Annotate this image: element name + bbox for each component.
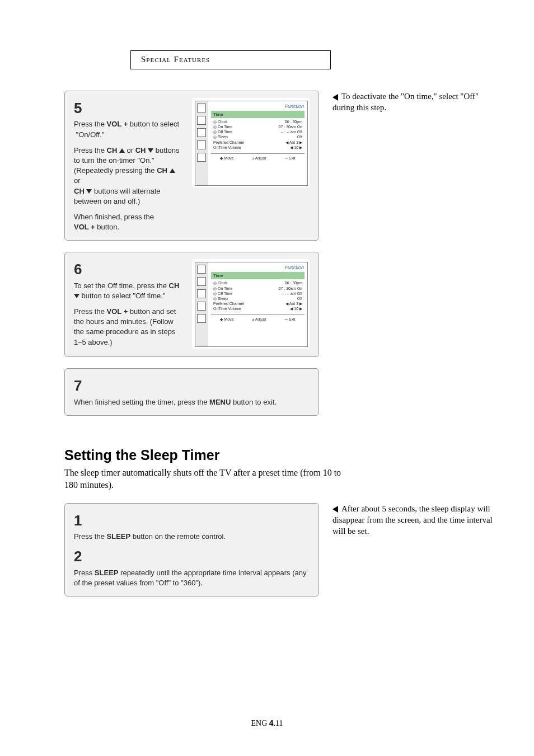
osd-icon	[197, 277, 206, 286]
sleep-timer-heading: Setting the Sleep Timer	[64, 447, 500, 463]
triangle-up-icon	[170, 168, 175, 173]
osd-icon	[197, 140, 206, 149]
step-7-para: When finished setting the timer, press t…	[74, 397, 310, 407]
step-5-box: 5 Press the VOL + button to select "On/O…	[64, 91, 319, 241]
osd-icon	[197, 104, 206, 112]
step-6-para-1: To set the Off time, press the CH button…	[74, 281, 183, 301]
osd-icon	[197, 314, 206, 323]
step-7-box: 7 When finished setting the timer, press…	[64, 368, 319, 416]
osd-row: ◎ Off Time-- : -- am Off	[211, 129, 305, 134]
osd-function-label: Function	[284, 264, 304, 271]
pointer-left-icon	[332, 506, 338, 513]
page-footer: ENG 4.11	[0, 719, 534, 728]
osd-icon	[197, 128, 206, 137]
osd-function-label: Function	[284, 103, 304, 110]
osd-time-title: Time	[211, 111, 305, 118]
osd-icon	[197, 302, 206, 311]
triangle-up-icon	[119, 148, 125, 153]
osd-row: Prefered Channel◀ Ant 3 ▶	[211, 301, 305, 306]
step-7-number: 7	[74, 375, 310, 396]
osd-sidebar-icons	[195, 262, 208, 346]
osd-row: OnTime Volume◀ 10 ▶	[211, 306, 305, 311]
pointer-left-icon	[332, 94, 338, 101]
osd-row: ◎ Clock06 : 30pm	[211, 119, 305, 124]
step-5-osd-image: Function Time ◎ Clock06 : 30pm◎ On Time0…	[192, 98, 310, 187]
osd-row: Prefered Channel◀ Ant 3 ▶	[211, 140, 305, 145]
section-header: Special Features	[130, 50, 331, 69]
sleep-timer-intro: The sleep timer automatically shuts off …	[64, 467, 344, 492]
osd-row: ◎ On Time07 : 30am On	[211, 124, 305, 129]
sleep-step-2-number: 2	[74, 546, 310, 566]
osd-icon	[197, 153, 206, 162]
triangle-down-icon	[86, 189, 92, 194]
step-6-para-2: Press the VOL + button and set the hours…	[74, 307, 183, 348]
osd-row: ◎ SleepOff	[211, 296, 305, 301]
osd-icon	[197, 116, 206, 125]
osd-time-title: Time	[211, 272, 305, 279]
sleep-step-1-number: 1	[74, 510, 310, 530]
step-6-number: 6	[74, 259, 183, 279]
sleep-step-2-para: Press SLEEP repeatedly until the appropr…	[74, 568, 310, 588]
triangle-down-icon	[74, 294, 79, 298]
step-5-para-2: Press the CH or CH buttons to turn the o…	[74, 145, 183, 206]
sleep-step-1-box: 1 Press the SLEEP button on the remote c…	[64, 503, 319, 597]
deactivate-note: To deactivate the "On time," select "Off…	[332, 91, 500, 114]
section-header-text: Special Features	[141, 55, 210, 64]
sleep-note: After about 5 seconds, the sleep display…	[332, 503, 500, 537]
osd-row: OnTime Volume◀ 10 ▶	[211, 145, 305, 150]
step-6-osd-image: Function Time ◎ Clock06 : 30pm◎ On Time0…	[192, 259, 310, 349]
step-5-number: 5	[74, 98, 183, 118]
step-5-para-3: When finished, press the VOL + button.	[74, 212, 183, 232]
step-6-box: 6 To set the Off time, press the CH butt…	[64, 252, 319, 357]
osd-row: ◎ On Time07 : 30am On	[211, 286, 305, 291]
osd-row: ◎ Clock06 : 30pm	[211, 280, 305, 285]
osd-icon	[197, 265, 206, 274]
step-5-para-1: Press the VOL + button to select "On/Off…	[74, 119, 183, 139]
osd-sidebar-icons	[195, 101, 208, 185]
osd-icon	[197, 289, 206, 298]
osd-row: ◎ SleepOff	[211, 134, 305, 139]
osd-row: ◎ Off Time-- : -- am Off	[211, 291, 305, 296]
triangle-down-icon	[148, 148, 153, 153]
sleep-step-1-para: Press the SLEEP button on the remote con…	[74, 532, 310, 542]
